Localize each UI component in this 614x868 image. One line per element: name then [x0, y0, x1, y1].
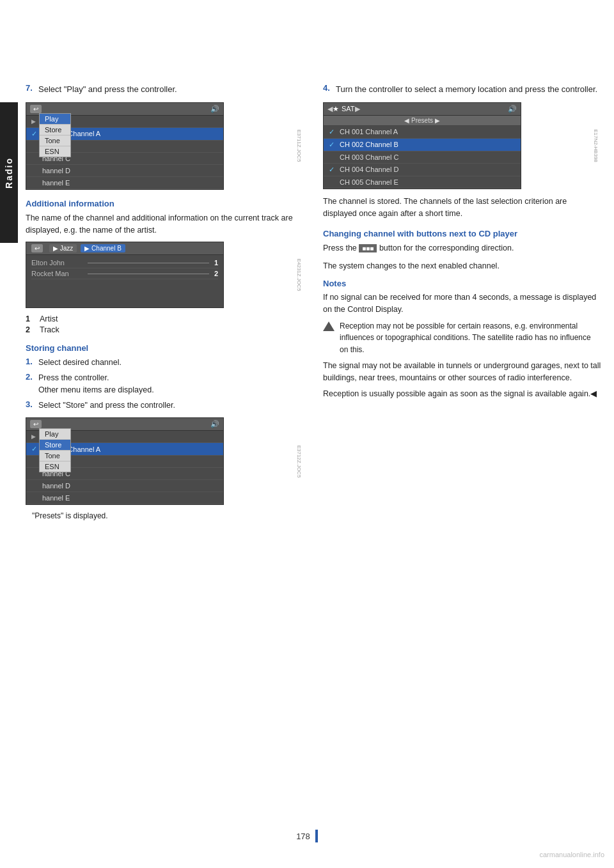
- screen2-jazz-label: ▶ Jazz: [49, 244, 77, 252]
- screen1-menu: Play Store Tone ESN: [39, 113, 71, 157]
- note-triangle-text: Reception may not be possible for certai…: [340, 320, 601, 356]
- screen4-sub-header: ◀ Presets ▶: [324, 116, 521, 126]
- storing-step-2-num: 2.: [26, 372, 35, 396]
- screen2-num1: 1: [214, 259, 218, 267]
- step-7: 7. Select "Play" and press the controlle…: [26, 83, 304, 96]
- screen3-check5: [31, 494, 39, 502]
- storing-step-2: 2. Press the controller.Other menu items…: [26, 372, 304, 396]
- screen3-icon: 🔊: [210, 420, 219, 428]
- screen2-row1: Elton John 1: [31, 258, 218, 268]
- screen4-row3: CH 003 Channel C: [324, 151, 521, 164]
- screen4-check3: [329, 153, 336, 161]
- screen1-check3: [31, 155, 39, 162]
- storing-step-3-text: Select "Store" and press the controller.: [38, 399, 304, 412]
- changing-channel-para2: The system changes to the next enabled c…: [323, 260, 601, 272]
- screen1-row5: hannel E: [26, 177, 223, 189]
- screen3-row4: hannel D: [26, 480, 223, 492]
- screen1-back[interactable]: ↩: [30, 105, 42, 113]
- screen4-wrapper: ◀ ★ SAT ▶ 🔊 ◀ Presets ▶ ✓ CH 001 Channel…: [323, 102, 601, 189]
- storing-step-3: 3. Select "Store" and press the controll…: [26, 399, 304, 412]
- changing-channel-heading: Changing channel with buttons next to CD…: [323, 229, 601, 238]
- num-list-label-2: Track: [40, 325, 59, 334]
- body-text-1: The channel is stored. The channels of t…: [323, 196, 601, 221]
- storing-step-1: 1. Select desired channel.: [26, 357, 304, 369]
- screen1-check1: ✓: [31, 130, 39, 138]
- screen4-row3-text: CH 003 Channel C: [340, 153, 398, 161]
- screen2-num2: 2: [214, 270, 218, 277]
- screen1-menu-play[interactable]: Play: [40, 114, 70, 125]
- screen2-sidenote: E4231Z.JOC5: [296, 259, 302, 291]
- step-4: 4. Turn the controller to select a memor…: [323, 83, 601, 96]
- screen4-star-icon: ★: [333, 105, 339, 113]
- note-triangle-block: Reception may not be possible for certai…: [323, 320, 601, 356]
- screen3-play-icon: ▶: [31, 433, 38, 440]
- screen4-check4: ✓: [329, 166, 336, 174]
- step-7-num: 7.: [26, 83, 35, 96]
- screen3-row5: hannel E: [26, 492, 223, 504]
- screen1-menu-store[interactable]: Store: [40, 125, 70, 136]
- screen3-check2: [31, 458, 39, 465]
- screen4-row2-text: CH 002 Channel B: [340, 141, 398, 148]
- screen3-check1: ✓: [31, 445, 39, 453]
- screen2: ↩ ▶ Jazz ▶ Channel B Elton John 1 Rocket…: [26, 242, 224, 308]
- screen2-wrapper: ↩ ▶ Jazz ▶ Channel B Elton John 1 Rocket…: [26, 242, 304, 308]
- num-list-item-2: 2 Track: [26, 325, 304, 334]
- num-list-label-1: Artist: [40, 314, 58, 323]
- screen1-wrapper: ↩ 🔊 ▶ Jazz ✓ CH 001 Channel A hannel B: [26, 102, 304, 190]
- num-list: 1 Artist 2 Track: [26, 314, 304, 334]
- screen4-nav-left: ◀: [327, 105, 333, 113]
- screen1-check5: [31, 179, 39, 187]
- screen1-row5-text: hannel E: [42, 179, 70, 187]
- num-list-item-1: 1 Artist: [26, 314, 304, 323]
- storing-channel-heading: Storing channel: [26, 343, 304, 353]
- screen4-row4: ✓ CH 004 Channel D: [324, 164, 521, 176]
- storing-step-3-num: 3.: [26, 399, 35, 412]
- screen1-row4-text: hannel D: [42, 167, 70, 174]
- screen3-wrapper: ↩ 🔊 ▶ Jazz ✓ CH 001 Channel A hannel B: [26, 417, 304, 505]
- screen1-check4: [31, 167, 39, 174]
- screen2-line2: [88, 274, 209, 274]
- additional-info-body: The name of the channel and additional i…: [26, 212, 304, 237]
- screen3: ↩ 🔊 ▶ Jazz ✓ CH 001 Channel A hannel B: [26, 417, 224, 505]
- storing-step-1-num: 1.: [26, 357, 35, 369]
- screen3-menu-play[interactable]: Play: [40, 429, 70, 440]
- screen2-channel-label: ▶ Channel B: [81, 244, 125, 252]
- left-column: 7. Select "Play" and press the controlle…: [26, 83, 304, 520]
- notes-text-2: The signal may not be available in tunne…: [323, 360, 601, 385]
- screen4-check1: ✓: [329, 128, 336, 136]
- screen4-nav-header: ◀ ★ SAT ▶ 🔊: [324, 103, 521, 116]
- screen1-play-icon: ▶: [31, 118, 38, 125]
- screen3-row5-text: hannel E: [42, 494, 70, 502]
- notes-heading: Notes: [323, 279, 601, 288]
- screen1-menu-esn[interactable]: ESN: [40, 146, 70, 157]
- screen2-back[interactable]: ↩: [31, 244, 43, 252]
- screen3-menu-esn[interactable]: ESN: [40, 461, 70, 472]
- screen4-sat-label: ★ SAT: [333, 105, 355, 113]
- screen4-check5: [329, 178, 336, 186]
- screen2-track-label: Rocket Man: [31, 270, 83, 277]
- screen4-row5-text: CH 005 Channel E: [340, 178, 398, 186]
- screen1-check2: [31, 143, 39, 150]
- side-tab-label: Radio: [4, 157, 14, 189]
- page-number: 178: [296, 832, 310, 841]
- screen3-menu-store[interactable]: Store: [40, 440, 70, 451]
- screen3-check4: [31, 482, 39, 490]
- screen3-menu-tone[interactable]: Tone: [40, 451, 70, 461]
- step-4-text: Turn the controller to select a memory l…: [336, 83, 601, 96]
- screen4-sat-text: SAT: [342, 105, 355, 112]
- num-list-num-1: 1: [26, 314, 35, 323]
- watermark: carmanualonline.info: [539, 851, 604, 858]
- screen4-check2: ✓: [329, 141, 336, 149]
- page-marker: [315, 830, 318, 842]
- screen2-rows: Elton John 1 Rocket Man 2: [26, 255, 223, 307]
- screen4-row4-text: CH 004 Channel D: [340, 166, 398, 173]
- screen4-icon: 🔊: [508, 105, 517, 113]
- screen3-check3: [31, 470, 39, 477]
- step-4-num: 4.: [323, 83, 332, 96]
- storing-step-1-text: Select desired channel.: [38, 357, 304, 369]
- storing-step-2-text: Press the controller.Other menu items ar…: [38, 372, 304, 396]
- screen2-line1: [88, 263, 209, 263]
- screen3-back[interactable]: ↩: [30, 420, 42, 428]
- side-tab: Radio: [0, 102, 18, 243]
- screen1-menu-tone[interactable]: Tone: [40, 136, 70, 146]
